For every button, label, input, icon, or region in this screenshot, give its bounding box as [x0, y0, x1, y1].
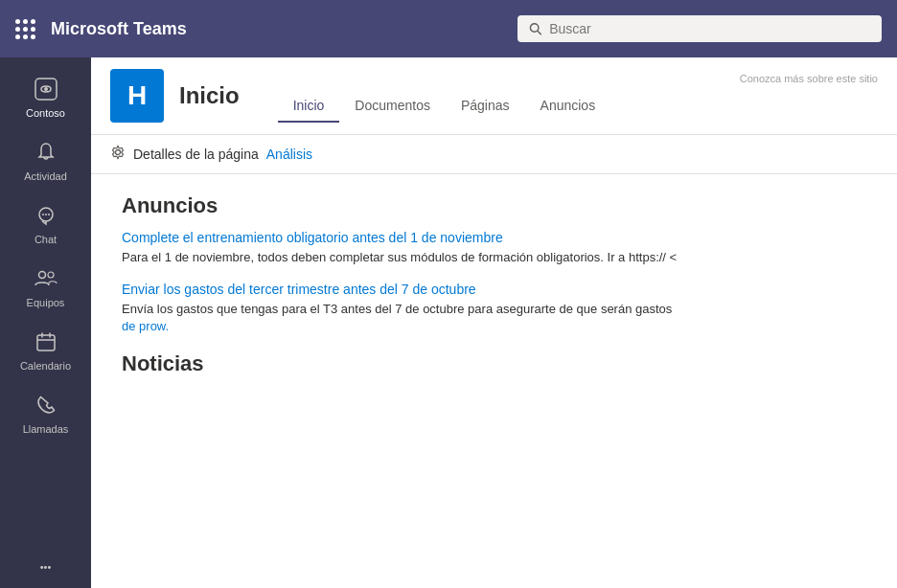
announcement-title-2[interactable]: Enviar los gastos del tercer trimestre a… [122, 282, 866, 297]
channel-tabs: Inicio Documentos Páginas Anuncios [278, 90, 610, 123]
svg-point-5 [42, 214, 44, 215]
svg-point-6 [45, 214, 47, 215]
calendar-icon [32, 328, 60, 356]
sidebar-more-label: ••• [40, 561, 52, 573]
svg-point-8 [38, 272, 45, 279]
apps-grid-button[interactable] [15, 19, 35, 39]
content-area: H Inicio Inicio Documentos Páginas Anunc… [91, 57, 897, 588]
sidebar-item-calendario-label: Calendario [20, 360, 71, 372]
tab-paginas[interactable]: Páginas [446, 90, 525, 123]
sidebar-item-equipos-label: Equipos [27, 297, 65, 308]
page-details-link[interactable]: Análisis [266, 147, 312, 162]
channel-title: Inicio [179, 82, 240, 109]
channel-icon: H [110, 69, 164, 123]
gear-icon [110, 145, 126, 164]
announcement-desc-2: Envía los gastos que tengas para el T3 a… [122, 301, 866, 335]
sidebar-item-calendario[interactable]: Calendario [0, 320, 91, 379]
channel-header-right: Conozca más sobre este sitio [740, 69, 878, 84]
contoso-icon [32, 75, 60, 103]
sidebar-item-actividad[interactable]: Actividad [0, 130, 91, 190]
search-input[interactable] [549, 21, 870, 36]
tab-anuncios[interactable]: Anuncios [525, 90, 611, 123]
svg-point-14 [116, 150, 121, 155]
announcement-item-1: Complete el entrenamiento obligatorio an… [122, 230, 866, 266]
content-body: Anuncios Complete el entrenamiento oblig… [91, 174, 897, 407]
phone-icon [32, 391, 60, 419]
svg-point-9 [48, 272, 54, 278]
top-bar: Microsoft Teams [0, 0, 897, 57]
announcement-item-2: Enviar los gastos del tercer trimestre a… [122, 282, 866, 335]
page-details-text: Detalles de la página [133, 147, 259, 162]
svg-line-1 [538, 31, 540, 34]
sidebar-item-contoso[interactable]: Contoso [0, 67, 91, 126]
sidebar-item-chat[interactable]: Chat [0, 193, 91, 253]
tab-documentos[interactable]: Documentos [339, 90, 446, 123]
sidebar: Contoso Actividad [0, 57, 91, 588]
chat-icon [32, 201, 60, 230]
page-details-bar: Detalles de la página Análisis [91, 135, 897, 174]
svg-point-3 [44, 87, 48, 91]
search-icon [529, 22, 541, 35]
announcement-title-1[interactable]: Complete el entrenamiento obligatorio an… [122, 230, 866, 245]
bell-icon [32, 138, 60, 167]
sidebar-item-llamadas[interactable]: Llamadas [0, 383, 91, 442]
search-bar[interactable] [518, 15, 882, 42]
noticias-title: Noticias [122, 351, 866, 376]
svg-rect-10 [37, 335, 55, 351]
sidebar-item-equipos[interactable]: Equipos [0, 257, 91, 316]
noticias-section: Noticias [122, 351, 866, 376]
sidebar-item-llamadas-label: Llamadas [23, 423, 69, 435]
sidebar-more-button[interactable]: ••• [0, 554, 91, 580]
main-layout: Contoso Actividad [0, 57, 897, 588]
grid-icon [15, 19, 35, 39]
teams-icon [32, 264, 60, 293]
tab-inicio[interactable]: Inicio [278, 90, 340, 123]
app-title: Microsoft Teams [51, 19, 502, 39]
announcements-section: Anuncios Complete el entrenamiento oblig… [122, 193, 866, 336]
announcements-title: Anuncios [122, 193, 866, 218]
svg-point-7 [48, 214, 50, 215]
sidebar-item-chat-label: Chat [34, 234, 57, 245]
sidebar-item-actividad-label: Actividad [24, 170, 67, 182]
channel-header: H Inicio Inicio Documentos Páginas Anunc… [91, 57, 897, 135]
sidebar-item-contoso-label: Contoso [26, 107, 65, 119]
announcement-desc-1: Para el 1 de noviembre, todos deben comp… [122, 249, 866, 266]
